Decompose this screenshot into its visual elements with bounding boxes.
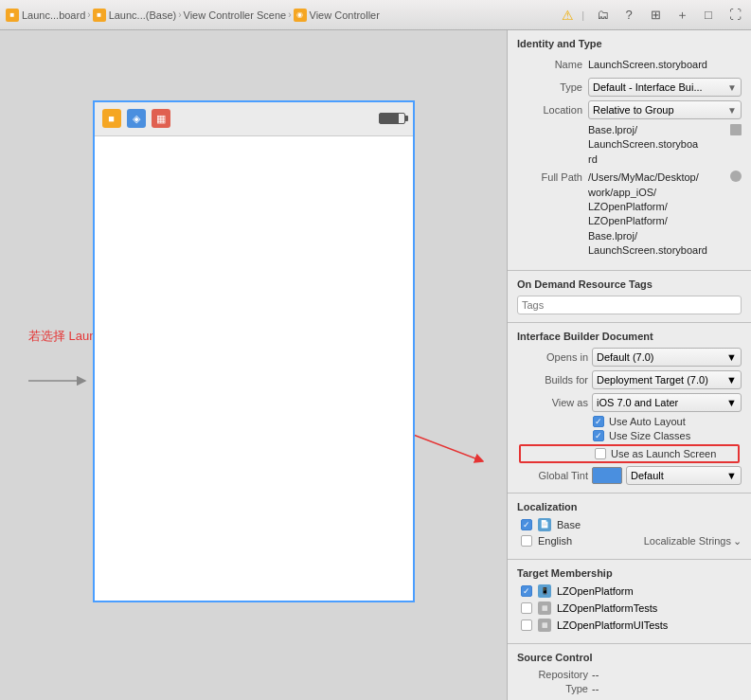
localization-title: Localization [517, 501, 742, 512]
opens-in-chevron-icon: ▼ [726, 351, 737, 363]
target-item-1: ▦ LZOpenPlatformTests [517, 601, 742, 615]
right-panel: Identity and Type Name LaunchScreen.stor… [507, 30, 751, 700]
main-area: 若选择 LaunchScreen 方式则选中此处，否则取消选中 ■ ◈ ▦ [0, 30, 751, 700]
breadcrumb-sep-2: › [178, 9, 181, 20]
launch-screen-checkbox[interactable] [595, 448, 606, 459]
opens-in-select[interactable]: Default (7.0) ▼ [592, 348, 742, 367]
ibd-section: Interface Builder Document Opens in Defa… [508, 323, 751, 494]
doc-icon-btn[interactable]: 🗂 [592, 5, 613, 26]
tint-color-box[interactable] [592, 467, 622, 484]
breadcrumb: ■ Launc...board › ■ Launc...(Base) › Vie… [6, 9, 558, 22]
source-control-title: Source Control [517, 652, 742, 663]
loc-base-icon: 📄 [538, 518, 551, 531]
expand-icon-btn[interactable]: ⛶ [724, 5, 745, 26]
target-1-icon: ▦ [538, 601, 551, 615]
lib-icon-btn[interactable]: □ [698, 5, 719, 26]
storyboard-icon-2: ■ [93, 9, 106, 22]
device-icon-blue: ◈ [127, 109, 146, 128]
type-row: Type Default - Interface Bui... ▼ [517, 78, 742, 97]
on-demand-title: On Demand Resource Tags [517, 278, 742, 290]
breadcrumb-item-3[interactable]: View Controller Scene [184, 9, 287, 21]
location-select[interactable]: Relative to Group ▼ [588, 100, 742, 119]
device-icon-orange: ■ [102, 109, 121, 128]
loc-english-checkbox[interactable] [521, 535, 532, 547]
breadcrumb-sep-1: › [87, 9, 90, 20]
loc-strings-label: Localizable Strings ⌄ [644, 535, 742, 547]
location-folder-icon[interactable] [730, 124, 742, 135]
size-classes-checkbox[interactable] [593, 430, 604, 441]
main-toolbar: ■ Launc...board › ■ Launc...(Base) › Vie… [0, 0, 751, 30]
target-0-label: LZOpenPlatform [557, 585, 634, 597]
canvas-area: 若选择 LaunchScreen 方式则选中此处，否则取消选中 ■ ◈ ▦ [0, 30, 507, 700]
target-item-2: ▦ LZOpenPlatformUITests [517, 619, 742, 632]
tint-chevron-icon: ▼ [726, 470, 737, 481]
type-src-label: Type [517, 683, 588, 694]
toolbar-sep: | [581, 9, 584, 21]
name-row: Name LaunchScreen.storyboard [517, 55, 742, 74]
auto-layout-row: Use Auto Layout [517, 416, 742, 427]
loc-base-checkbox[interactable] [521, 519, 532, 530]
loc-item-english: English Localizable Strings ⌄ [517, 535, 742, 547]
breadcrumb-sep-3: › [288, 9, 291, 20]
target-2-label: LZOpenPlatformUITests [557, 619, 668, 631]
opens-in-label: Opens in [517, 351, 588, 363]
location-row: Location Relative to Group ▼ [517, 100, 742, 119]
device-icon-red: ▦ [152, 109, 170, 128]
view-as-chevron-icon: ▼ [726, 397, 737, 408]
identity-type-title: Identity and Type [517, 38, 742, 49]
builds-for-label: Builds for [517, 374, 588, 386]
location-path-value: Base.lproj/LaunchScreen.storyboard [588, 123, 742, 167]
warning-icon: ⚠ [562, 8, 574, 23]
target-1-checkbox[interactable] [521, 602, 532, 614]
target-0-checkbox[interactable] [521, 585, 532, 597]
storyboard-icon-1: ■ [6, 9, 19, 22]
location-path-row: Base.lproj/LaunchScreen.storyboard [517, 123, 742, 167]
target-0-icon: 📱 [538, 584, 551, 598]
builds-for-select[interactable]: Deployment Target (7.0) ▼ [592, 370, 742, 389]
location-chevron-icon: ▼ [727, 105, 737, 116]
device-header: ■ ◈ ▦ [95, 102, 413, 136]
type-label: Type [517, 81, 588, 93]
view-as-select[interactable]: iOS 7.0 and Later ▼ [592, 393, 742, 412]
launch-screen-row: Use as Launch Screen [519, 444, 740, 463]
type-chevron-icon: ▼ [727, 82, 737, 93]
question-icon-btn[interactable]: ? [618, 5, 639, 26]
loc-base-label: Base [557, 519, 581, 530]
repo-value: -- [592, 669, 599, 680]
size-classes-row: Use Size Classes [517, 430, 742, 441]
breadcrumb-item-4[interactable]: ◉ View Controller [294, 9, 380, 22]
tags-input[interactable] [517, 296, 742, 314]
auto-layout-label: Use Auto Layout [609, 416, 686, 427]
on-demand-section: On Demand Resource Tags [508, 271, 751, 323]
type-src-value: -- [592, 683, 599, 694]
source-control-section: Source Control Repository -- Type -- [508, 644, 751, 700]
name-label: Name [517, 59, 588, 70]
builds-for-row: Builds for Deployment Target (7.0) ▼ [517, 370, 742, 389]
localization-section: Localization 📄 Base English Localizable … [508, 494, 751, 560]
target-item-0: 📱 LZOpenPlatform [517, 584, 742, 598]
global-tint-label: Global Tint [517, 470, 588, 481]
grid-icon-btn[interactable]: ⊞ [645, 5, 666, 26]
view-as-label: View as [517, 397, 588, 408]
viewcontroller-icon: ◉ [294, 9, 307, 22]
fullpath-value: /Users/MyMac/Desktop/work/app_iOS/LZOpen… [588, 171, 742, 258]
target-title: Target Membership [517, 567, 742, 579]
location-label: Location [517, 104, 588, 116]
breadcrumb-item-2[interactable]: ■ Launc...(Base) [93, 9, 177, 22]
target-2-checkbox[interactable] [521, 619, 532, 631]
launch-screen-label: Use as Launch Screen [611, 448, 716, 459]
fullpath-row: Full Path /Users/MyMac/Desktop/work/app_… [517, 171, 742, 258]
global-tint-row: Global Tint Default ▼ [517, 466, 742, 485]
auto-layout-checkbox[interactable] [593, 416, 604, 427]
type-select[interactable]: Default - Interface Bui... ▼ [588, 78, 742, 97]
plus-icon-btn[interactable]: ＋ [671, 5, 692, 26]
fullpath-label: Full Path [517, 171, 588, 183]
loc-item-base: 📄 Base [517, 518, 742, 531]
tint-select[interactable]: Default ▼ [626, 466, 742, 485]
toolbar-right: ⚠ | 🗂 ? ⊞ ＋ □ ⛶ [562, 5, 745, 26]
breadcrumb-item-1[interactable]: ■ Launc...board [6, 9, 85, 22]
device-frame: ■ ◈ ▦ [93, 100, 415, 602]
size-classes-label: Use Size Classes [609, 430, 690, 441]
type-src-row: Type -- [517, 683, 742, 694]
fullpath-btn[interactable] [730, 171, 742, 182]
